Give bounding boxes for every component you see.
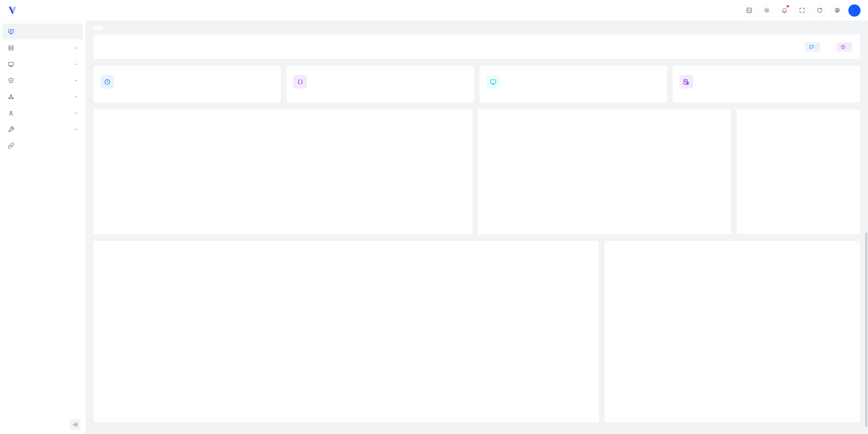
sidebar-collapse-button[interactable] [70,419,81,430]
quick-actions-card [737,109,860,234]
app-header [0,0,868,21]
login-logs-card [605,241,860,422]
stat-card-3 [673,66,860,102]
scrollbar-thumb[interactable] [865,233,867,427]
terminal-records-card [94,109,472,234]
notification-dot [786,5,789,8]
sidebar-item-audit[interactable] [3,73,83,88]
refresh-button[interactable] [813,4,826,17]
last-login-time-badge [837,42,852,52]
chevron-down-icon [74,62,78,67]
divider [826,44,826,50]
code-button[interactable] [743,4,755,17]
sidebar [0,21,85,434]
task-icon [683,78,690,86]
chevron-down-icon [74,111,78,115]
unread-messages-badge[interactable] [805,42,820,52]
clock-icon [104,78,111,86]
fullscreen-icon [799,7,805,14]
stat-icon-chip [100,75,114,89]
system-ops-area-chart [100,257,592,413]
stat-card-0 [94,66,281,102]
system-ops-chart-card [94,241,599,422]
sidebar-item-system[interactable] [3,121,83,137]
wrench-icon [7,126,14,133]
sun-icon [764,7,770,14]
user-icon [7,110,14,116]
chevron-down-icon [74,46,78,50]
header-actions [743,4,861,17]
braces-icon [297,78,304,86]
user-avatar[interactable] [848,4,861,17]
sidebar-item-users[interactable] [3,105,83,121]
sidebar-item-workbench[interactable] [3,24,83,39]
chevron-down-icon [74,95,78,99]
settings-button[interactable] [831,4,844,17]
refresh-icon [816,7,823,14]
chevron-down-icon [74,127,78,132]
dashboard-icon [7,28,14,35]
stat-icon-chip [679,75,693,89]
stat-icon-chip [487,75,500,89]
chat-icon [809,44,814,50]
server-icon [7,44,14,51]
fullscreen-button[interactable] [795,4,808,17]
clock-icon [841,44,846,50]
breadcrumb-workbench[interactable] [94,26,103,30]
link-icon [7,142,14,149]
sidebar-item-project-link[interactable] [3,138,83,153]
exec-records-card [478,109,731,234]
sidebar-item-batch-exec[interactable] [3,89,83,105]
collapse-icon [72,421,78,428]
sidebar-item-assets[interactable] [3,40,83,56]
monitor-icon [490,78,497,86]
welcome-banner [94,35,860,59]
sidebar-item-host-ops[interactable] [3,56,83,72]
stats-row [94,66,860,102]
brand [7,5,22,16]
welcome-meta [805,42,852,52]
shield-check-icon [7,77,14,84]
monitor-icon [7,61,14,68]
orion-visor-logo [7,5,18,16]
stat-card-2 [480,66,667,102]
stat-icon-chip [293,75,307,89]
chevron-down-icon [74,78,78,83]
gear-icon [834,7,841,14]
stat-card-1 [287,66,474,102]
theme-button[interactable] [760,4,773,17]
code-square-icon [746,7,752,14]
notifications-button[interactable] [778,4,791,17]
breadcrumb [94,25,860,31]
bell-icon [781,7,788,14]
main-content [85,21,868,434]
cluster-icon [7,93,14,100]
